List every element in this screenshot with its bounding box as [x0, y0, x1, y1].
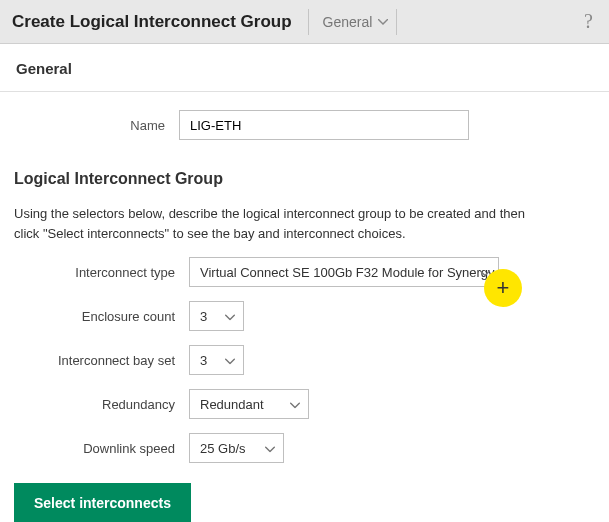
lig-description: Using the selectors below, describe the … [0, 204, 560, 243]
redundancy-select[interactable]: Redundant [189, 389, 309, 419]
name-label: Name [14, 118, 179, 133]
lig-form: Interconnect type Virtual Connect SE 100… [0, 257, 609, 463]
chevron-down-icon [378, 19, 388, 25]
bay-set-value: 3 [200, 353, 207, 368]
enclosure-count-label: Enclosure count [14, 309, 189, 324]
general-section: Name [0, 110, 609, 140]
enclosure-count-select[interactable]: 3 [189, 301, 244, 331]
interconnect-type-select[interactable]: Virtual Connect SE 100Gb F32 Module for … [189, 257, 499, 287]
interconnect-type-value: Virtual Connect SE 100Gb F32 Module for … [200, 265, 495, 280]
general-section-header: General [0, 44, 609, 92]
page-title: Create Logical Interconnect Group [12, 12, 306, 32]
downlink-speed-label: Downlink speed [14, 441, 189, 456]
name-input[interactable] [179, 110, 469, 140]
divider [308, 9, 309, 35]
bay-set-label: Interconnect bay set [14, 353, 189, 368]
section-dropdown-label: General [323, 14, 373, 30]
lig-section-header: Logical Interconnect Group [0, 170, 609, 188]
interconnect-type-label: Interconnect type [14, 265, 189, 280]
chevron-down-icon [265, 441, 275, 456]
chevron-down-icon [290, 397, 300, 412]
downlink-speed-row: Downlink speed 25 Gb/s [14, 433, 595, 463]
select-interconnects-button[interactable]: Select interconnects [14, 483, 191, 522]
enclosure-count-row: Enclosure count 3 [14, 301, 595, 331]
redundancy-row: Redundancy Redundant [14, 389, 595, 419]
redundancy-label: Redundancy [14, 397, 189, 412]
downlink-speed-select[interactable]: 25 Gb/s [189, 433, 284, 463]
section-dropdown[interactable]: General [317, 10, 395, 34]
help-button[interactable]: ? [580, 10, 597, 33]
redundancy-value: Redundant [200, 397, 264, 412]
top-bar: Create Logical Interconnect Group Genera… [0, 0, 609, 44]
divider [396, 9, 397, 35]
enclosure-count-value: 3 [200, 309, 207, 324]
bay-set-row: Interconnect bay set 3 [14, 345, 595, 375]
chevron-down-icon [225, 309, 235, 324]
chevron-down-icon [225, 353, 235, 368]
downlink-speed-value: 25 Gb/s [200, 441, 246, 456]
bay-set-select[interactable]: 3 [189, 345, 244, 375]
name-row: Name [14, 110, 595, 140]
interconnect-type-row: Interconnect type Virtual Connect SE 100… [14, 257, 595, 287]
